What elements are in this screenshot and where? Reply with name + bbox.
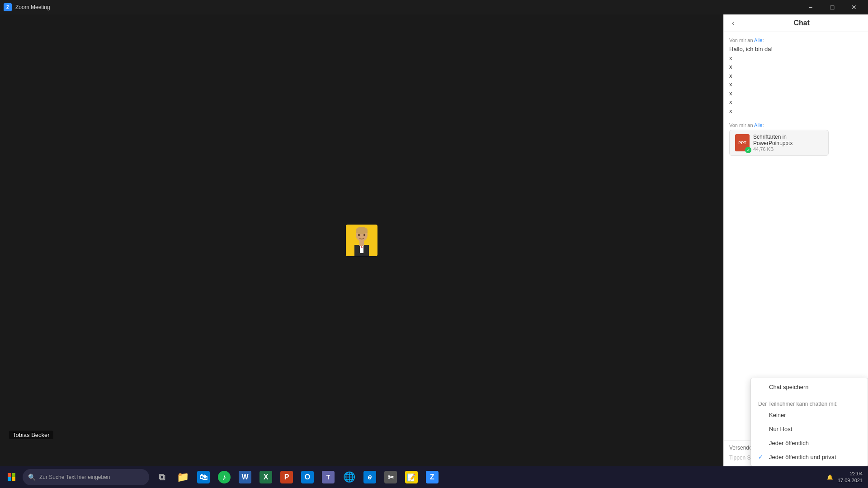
taskbar-apps: ⧉ 📁 🛍 ♪ W X P O T 🌐 e (152, 467, 823, 487)
message-sender-2: Von mir an (729, 122, 754, 128)
file-size: 44,76 KB (753, 146, 823, 152)
file-check-icon: ✓ (745, 147, 751, 153)
message-recipient: Alle (754, 38, 762, 43)
dropdown-item-nur-host[interactable]: Nur Host (751, 422, 868, 436)
taskbar-app-task-view[interactable]: ⧉ (152, 467, 172, 487)
taskbar-app-spotify[interactable]: ♪ (214, 467, 234, 487)
taskbar-app-teams[interactable]: T (318, 467, 338, 487)
svg-rect-11 (12, 473, 15, 477)
message-meta: Von mir an Alle: (729, 38, 863, 43)
chat-dropdown-menu: Chat speichern Der Teilnehmer kann chatt… (750, 378, 868, 466)
title-bar-title: Zoom Meeting (15, 4, 50, 10)
taskbar-date: 17.09.2021 (838, 477, 863, 484)
message-colon: : (762, 38, 764, 43)
participant-avatar (346, 225, 377, 256)
file-info: Schriftarten in PowerPoint.pptx 44,76 KB (753, 134, 823, 152)
main-content: Tobias Becker ‹ Chat Von mir an Alle: Ha… (0, 14, 868, 466)
word-icon: W (239, 471, 251, 483)
title-bar-left: Z Zoom Meeting (4, 3, 50, 11)
svg-point-8 (358, 234, 360, 236)
file-attachment[interactable]: PPT ✓ Schriftarten in PowerPoint.pptx 44… (729, 130, 829, 156)
taskbar-app-word[interactable]: W (235, 467, 255, 487)
message-line: x (729, 54, 863, 63)
teams-icon: T (322, 471, 335, 483)
task-view-icon: ⧉ (156, 471, 168, 483)
svg-rect-3 (356, 230, 368, 233)
video-area: Tobias Becker (0, 14, 723, 466)
taskbar-app-sticky[interactable]: 📝 (401, 467, 421, 487)
chat-panel: ‹ Chat Von mir an Alle: Hallo, ich bin d… (723, 14, 868, 466)
message-group: Von mir an Alle: Hallo, ich bin da! x x … (729, 38, 863, 115)
zoom-taskbar-icon: Z (426, 471, 439, 483)
message-line: x (729, 107, 863, 116)
svg-rect-13 (12, 477, 15, 481)
chat-collapse-button[interactable]: ‹ (729, 18, 737, 28)
taskbar-app-store[interactable]: 🛍 (193, 467, 213, 487)
taskbar-app-edge[interactable]: e (360, 467, 380, 487)
time-display[interactable]: 22:04 17.09.2021 (838, 470, 863, 484)
message-line: x (729, 71, 863, 80)
title-bar-controls: − □ ✕ (800, 0, 864, 14)
taskbar-search-text: Zur Suche Text hier eingeben (39, 474, 110, 480)
zoom-icon: Z (4, 3, 12, 11)
svg-point-9 (363, 234, 365, 236)
taskbar-app-outlook[interactable]: O (297, 467, 317, 487)
file-name: Schriftarten in PowerPoint.pptx (753, 134, 823, 146)
participant-name: Tobias Becker (9, 431, 53, 439)
taskbar-notification-icon[interactable]: 🔔 (824, 473, 836, 482)
message-line: Hallo, ich bin da! (729, 45, 863, 54)
taskbar-start-button[interactable] (2, 467, 22, 487)
taskbar-app-zoom[interactable]: Z (422, 467, 442, 487)
dropdown-nur-host-label: Nur Host (769, 426, 792, 432)
taskbar-app-explorer[interactable]: 📁 (173, 467, 193, 487)
message-colon-2: : (762, 122, 764, 128)
taskbar-app-snip[interactable]: ✂ (381, 467, 401, 487)
store-icon: 🛍 (197, 471, 210, 483)
message-meta-file: Von mir an Alle: (729, 122, 863, 128)
edge-icon: e (363, 471, 376, 483)
avatar-svg (346, 225, 377, 256)
dropdown-jeder-oeff-label: Jeder öffentlich (769, 440, 809, 446)
message-group-file: Von mir an Alle: PPT ✓ Schriftarten in P… (729, 122, 863, 156)
spotify-icon: ♪ (218, 471, 231, 483)
svg-rect-12 (8, 477, 11, 481)
dropdown-item-jeder-oeff-priv[interactable]: ✓ Jeder öffentlich und privat (751, 450, 868, 464)
taskbar-time: 22:04 (850, 470, 863, 477)
dropdown-item-jeder-oeff[interactable]: Jeder öffentlich (751, 436, 868, 450)
svg-rect-10 (8, 473, 11, 477)
taskbar-right: 🔔 22:04 17.09.2021 (824, 470, 863, 484)
taskbar: 🔍 Zur Suche Text hier eingeben ⧉ 📁 🛍 ♪ W… (0, 466, 868, 488)
svg-rect-7 (359, 240, 364, 246)
taskbar-search[interactable]: 🔍 Zur Suche Text hier eingeben (23, 469, 149, 485)
maximize-button[interactable]: □ (822, 0, 843, 14)
search-icon: 🔍 (28, 474, 36, 481)
chat-header: ‹ Chat (724, 14, 868, 32)
taskbar-app-chrome[interactable]: 🌐 (339, 467, 359, 487)
title-bar: Z Zoom Meeting − □ ✕ (0, 0, 868, 14)
excel-icon: X (259, 471, 272, 483)
sticky-notes-icon: 📝 (405, 471, 418, 483)
taskbar-app-excel[interactable]: X (256, 467, 276, 487)
outlook-icon: O (301, 471, 314, 483)
windows-logo-icon (8, 473, 16, 481)
dropdown-divider (751, 396, 868, 396)
powerpoint-icon: P (280, 471, 293, 483)
message-sender: Von mir an (729, 38, 754, 43)
dropdown-keiner-label: Keiner (769, 412, 786, 418)
chat-title: Chat (741, 19, 863, 27)
dropdown-item-save[interactable]: Chat speichern (751, 380, 868, 394)
snip-icon: ✂ (384, 471, 397, 483)
message-line: x (729, 62, 863, 71)
dropdown-section-label: Der Teilnehmer kann chatten mit: (751, 398, 868, 408)
file-icon: PPT ✓ (735, 134, 750, 151)
dropdown-jeder-oeff-priv-label: Jeder öffentlich und privat (769, 454, 836, 460)
taskbar-app-powerpoint[interactable]: P (277, 467, 297, 487)
dropdown-item-keiner[interactable]: Keiner (751, 408, 868, 422)
message-text: Hallo, ich bin da! x x x x x x x (729, 45, 863, 115)
explorer-icon: 📁 (176, 471, 189, 483)
message-line: x (729, 89, 863, 98)
message-recipient-2: Alle (754, 122, 762, 128)
chrome-icon: 🌐 (343, 471, 355, 483)
close-button[interactable]: ✕ (844, 0, 864, 14)
minimize-button[interactable]: − (800, 0, 821, 14)
